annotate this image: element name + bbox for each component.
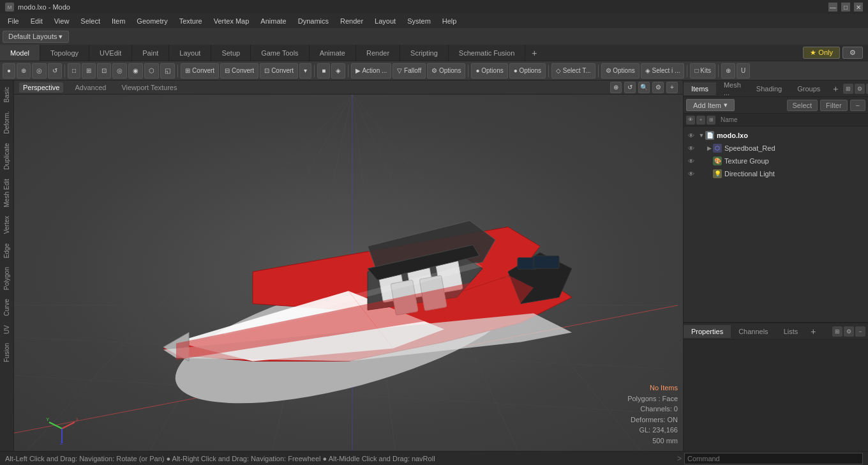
tool-plane-btn[interactable]: ◱: [160, 63, 175, 79]
mode-tab-animate[interactable]: Animate: [310, 45, 356, 61]
mode-tab-topology[interactable]: Topology: [40, 45, 89, 61]
menu-item-render[interactable]: Render: [335, 16, 368, 26]
sidebar-tab-fusion[interactable]: Fusion: [1, 339, 12, 366]
menu-item-layout[interactable]: Layout: [370, 16, 401, 26]
panel-tab-groups[interactable]: Groups: [789, 82, 828, 95]
mode-tab-gametools[interactable]: Game Tools: [251, 45, 310, 61]
tool-circle-btn[interactable]: ◉: [128, 63, 143, 79]
sidebar-tab-curve[interactable]: Curve: [1, 295, 12, 320]
mode-tab-scripting[interactable]: Scripting: [400, 45, 449, 61]
tool-cube-btn[interactable]: □: [68, 63, 80, 79]
vis-header-icon[interactable]: 👁: [686, 116, 695, 125]
menu-item-system[interactable]: System: [402, 16, 436, 26]
filter-items-btn[interactable]: Filter: [820, 100, 847, 111]
viewport[interactable]: Perspective Advanced Viewport Textures ⊕…: [14, 80, 683, 451]
panel-gear-btn[interactable]: ⚙: [855, 84, 865, 94]
tool-crosshair-btn[interactable]: ⊕: [17, 63, 31, 79]
tool-dropdown-btn[interactable]: ▾: [299, 63, 311, 79]
mode-tab-layout[interactable]: Layout: [169, 45, 211, 61]
menu-item-view[interactable]: View: [49, 16, 75, 26]
tool-lasso-btn[interactable]: ◎: [32, 63, 47, 79]
vp-zoom-btn[interactable]: 🔍: [638, 82, 650, 93]
tree-item-root[interactable]: 👁 ▼ 📄 modo.lxo: [684, 129, 868, 142]
extra-btn-1[interactable]: ⊕: [721, 63, 735, 79]
convert-btn-3[interactable]: ⊡ Convert: [260, 63, 298, 79]
tool-select-btn[interactable]: ●: [3, 63, 15, 79]
menu-item-help[interactable]: Help: [437, 16, 462, 26]
prop-expand-btn[interactable]: ⊞: [832, 326, 842, 337]
extra-btn-2[interactable]: U: [737, 63, 750, 79]
menu-item-edit[interactable]: Edit: [26, 16, 48, 26]
panel-expand-btn[interactable]: ⊞: [843, 84, 853, 94]
tree-item-texture[interactable]: 👁 ▶ 🎨 Texture Group: [684, 155, 868, 167]
options-btn-2[interactable]: ● Options: [471, 63, 507, 79]
sidebar-tab-meshedit[interactable]: Mesh Edit: [1, 175, 12, 211]
minimize-button[interactable]: —: [828, 3, 837, 11]
select-item-btn[interactable]: ◈ Select i ...: [641, 63, 685, 79]
link-header-icon[interactable]: ⊞: [707, 116, 715, 125]
tree-vis-root[interactable]: 👁: [686, 130, 696, 141]
kits-btn[interactable]: □ Kits: [690, 63, 715, 79]
mode-tab-schematic[interactable]: Schematic Fusion: [449, 45, 525, 61]
sidebar-tab-edge[interactable]: Edge: [1, 240, 12, 262]
vp-fit-btn[interactable]: ⊕: [610, 82, 622, 93]
tool-subdiv-btn[interactable]: ⊞: [82, 63, 96, 79]
add-header-icon[interactable]: +: [696, 116, 705, 125]
add-panel-tab-btn[interactable]: +: [828, 81, 843, 96]
prop-minus-btn[interactable]: −: [855, 326, 865, 337]
mode-tab-model[interactable]: Model: [0, 45, 40, 61]
mode-tab-setup[interactable]: Setup: [211, 45, 251, 61]
maximize-button[interactable]: □: [841, 3, 850, 11]
action-btn[interactable]: ▶ Action ...: [351, 63, 391, 79]
tree-item-speedboat[interactable]: 👁 ▶ ⬡ Speedboat_Red: [684, 142, 868, 155]
menu-item-geometry[interactable]: Geometry: [131, 16, 172, 26]
select-type-btn[interactable]: ◇ Select T...: [551, 63, 595, 79]
menu-item-select[interactable]: Select: [75, 16, 105, 26]
mode-tab-paint[interactable]: Paint: [132, 45, 169, 61]
sidebar-tab-deform[interactable]: Deform.: [1, 107, 12, 138]
options-btn-4[interactable]: ⚙ Options: [601, 63, 640, 79]
panel-tab-shading[interactable]: Shading: [749, 82, 789, 95]
panel-tab-mesh[interactable]: Mesh ...: [716, 79, 749, 99]
falloff-btn[interactable]: ▽ Falloff: [393, 63, 426, 79]
close-button[interactable]: ✕: [854, 3, 863, 11]
vp-settings-btn[interactable]: ⚙: [652, 82, 664, 93]
prop-tab-channels[interactable]: Channels: [731, 325, 775, 338]
gear-button[interactable]: ⚙: [842, 47, 863, 59]
sidebar-tab-basic[interactable]: Basic: [1, 83, 12, 106]
menu-item-texture[interactable]: Texture: [174, 16, 207, 26]
menu-item-item[interactable]: Item: [107, 16, 130, 26]
select-items-btn[interactable]: Select: [787, 100, 818, 111]
tree-arrow-root[interactable]: ▼: [698, 132, 705, 139]
add-item-button[interactable]: Add Item ▾: [686, 99, 735, 111]
tool-sphere-btn[interactable]: ⊡: [97, 63, 111, 79]
prop-gear-btn[interactable]: ⚙: [844, 326, 854, 337]
mode-tab-uvedit[interactable]: UVEdit: [89, 45, 132, 61]
remove-item-btn[interactable]: −: [850, 100, 865, 111]
add-mode-tab-button[interactable]: +: [525, 45, 543, 61]
panel-tab-items[interactable]: Items: [684, 82, 716, 95]
tree-arrow-light[interactable]: ▶: [705, 170, 713, 178]
tool-snapping-btn[interactable]: ■: [317, 63, 330, 79]
convert-btn-1[interactable]: ⊞ Convert: [181, 63, 219, 79]
menu-item-dynamics[interactable]: Dynamics: [293, 16, 334, 26]
sidebar-tab-uv[interactable]: UV: [1, 321, 12, 338]
tool-hex-btn[interactable]: ⬡: [144, 63, 159, 79]
vp-tab-perspective[interactable]: Perspective: [19, 82, 63, 93]
tree-arrow-speedboat[interactable]: ▶: [705, 144, 713, 152]
menu-item-vertex map[interactable]: Vertex Map: [209, 16, 255, 26]
vp-tab-textures[interactable]: Viewport Textures: [117, 82, 181, 93]
tree-vis-texture[interactable]: 👁: [686, 156, 696, 166]
mode-tab-render[interactable]: Render: [356, 45, 400, 61]
prop-tab-properties[interactable]: Properties: [684, 325, 731, 338]
options-btn-1[interactable]: ⚙ Options: [427, 63, 465, 79]
vp-rotate-btn[interactable]: ↺: [624, 82, 636, 93]
convert-btn-2[interactable]: ⊟ Convert: [220, 63, 258, 79]
tree-item-light[interactable]: 👁 ▶ 💡 Directional Light: [684, 167, 868, 180]
only-button[interactable]: ★ Only: [803, 47, 840, 59]
tool-transform-btn[interactable]: ↺: [48, 63, 62, 79]
options-btn-3[interactable]: ● Options: [509, 63, 546, 79]
tree-arrow-texture[interactable]: ▶: [705, 157, 713, 165]
layout-dropdown[interactable]: Default Layouts ▾: [3, 31, 69, 43]
tree-vis-speedboat[interactable]: 👁: [686, 143, 696, 153]
